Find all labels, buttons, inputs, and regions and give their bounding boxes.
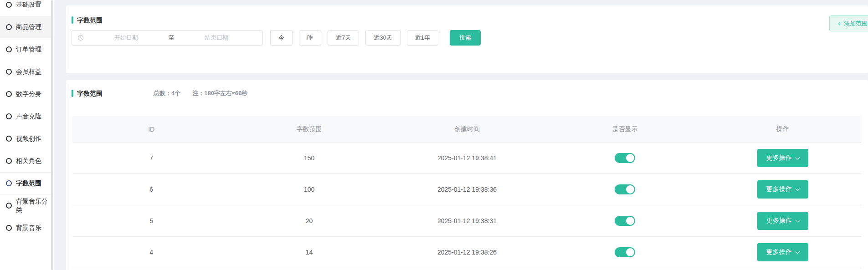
- note-label: 注：180字左右≈60秒: [192, 89, 247, 97]
- visibility-toggle[interactable]: [615, 216, 635, 226]
- chevron-down-icon: [795, 155, 800, 159]
- column-header-created-at: 创建时间: [388, 125, 546, 133]
- sidebar-item-label: 字数范围: [16, 179, 41, 188]
- filter-row: 开始日期 至 结束日期 今 昨 近7天 近30天 近1年 搜索: [72, 30, 481, 46]
- quick-range-7days-button[interactable]: 近7天: [328, 30, 359, 46]
- sidebar-menu: 基础设置 商品管理 订单管理 会员权益 数字分身 声音克隆 视频创作 相关角色: [0, 0, 54, 239]
- table-card-title: 字数范围 总数：4个 注：180字左右≈60秒: [72, 89, 248, 97]
- sidebar-item-related-roles[interactable]: 相关角色: [0, 150, 54, 172]
- sidebar-item-digital-avatar[interactable]: 数字分身: [0, 83, 54, 105]
- cell-id: 5: [72, 217, 230, 224]
- sidebar-item-label: 相关角色: [16, 157, 41, 165]
- more-actions-label: 更多操作: [766, 248, 792, 256]
- table-row: 5 20 2025-01-12 19:38:31 更多操作: [72, 205, 862, 237]
- cell-id: 7: [72, 154, 230, 162]
- toggle-knob: [626, 217, 634, 225]
- total-count-label: 总数：4个: [154, 89, 180, 97]
- ranges-table: ID 字数范围 创建时间 是否显示 操作 7 150 2025-01-12 19…: [72, 116, 862, 268]
- sidebar-item-label: 背景音乐: [16, 224, 41, 232]
- more-actions-label: 更多操作: [766, 154, 792, 162]
- radio-icon: [6, 180, 12, 186]
- toggle-knob: [626, 154, 634, 162]
- main-content: 字数范围 开始日期 至 结束日期 今 昨 近7天 近30天 近1年 搜索: [54, 0, 868, 270]
- sidebar-item-voice-clone[interactable]: 声音克隆: [0, 105, 54, 127]
- sidebar-item-label: 视频创作: [16, 135, 41, 143]
- sidebar-item-word-count-range[interactable]: 字数范围: [0, 172, 54, 194]
- sidebar-item-label: 数字分身: [16, 90, 41, 98]
- sidebar-scrollbar[interactable]: [51, 0, 53, 270]
- sidebar-item-order-management[interactable]: 订单管理: [0, 38, 54, 61]
- table-card: 字数范围 总数：4个 注：180字左右≈60秒 ID 字数范围 创建时间 是否显…: [66, 80, 868, 270]
- title-accent-bar: [72, 16, 73, 24]
- radio-icon: [6, 158, 12, 164]
- sidebar-item-product-management[interactable]: 商品管理: [0, 16, 54, 38]
- chevron-down-icon: [795, 218, 800, 222]
- cell-range: 20: [230, 217, 388, 224]
- cell-id: 4: [72, 249, 230, 256]
- title-accent-bar: [72, 90, 73, 97]
- end-date-placeholder: 结束日期: [176, 34, 257, 42]
- cell-range: 100: [230, 186, 388, 193]
- column-header-actions: 操作: [704, 125, 862, 133]
- sidebar-item-video-creation[interactable]: 视频创作: [0, 127, 54, 150]
- column-header-range: 字数范围: [230, 125, 388, 133]
- radio-icon: [6, 2, 12, 8]
- start-date-placeholder: 开始日期: [86, 34, 167, 42]
- add-range-button[interactable]: + 添加范围: [829, 15, 868, 31]
- radio-icon: [6, 24, 12, 30]
- quick-range-1year-button[interactable]: 近1年: [407, 30, 438, 46]
- sidebar: 基础设置 商品管理 订单管理 会员权益 数字分身 声音克隆 视频创作 相关角色: [0, 0, 54, 270]
- cell-created-at: 2025-01-12 19:38:26: [388, 249, 546, 256]
- radio-icon: [6, 225, 12, 231]
- table-row: 6 100 2025-01-12 19:38:36 更多操作: [72, 174, 862, 205]
- search-button[interactable]: 搜索: [450, 30, 481, 46]
- more-actions-button[interactable]: 更多操作: [757, 149, 808, 167]
- sidebar-item-bgm[interactable]: 背景音乐: [0, 217, 54, 239]
- sidebar-item-label: 背景音乐分类: [16, 198, 54, 214]
- table-header-row: ID 字数范围 创建时间 是否显示 操作: [72, 116, 862, 143]
- toggle-knob: [626, 185, 634, 194]
- table-title: 字数范围: [77, 90, 103, 97]
- radio-icon: [6, 136, 12, 142]
- more-actions-button[interactable]: 更多操作: [757, 212, 808, 230]
- visibility-toggle[interactable]: [615, 247, 635, 257]
- radio-icon: [6, 46, 12, 52]
- visibility-toggle[interactable]: [615, 184, 635, 194]
- sidebar-item-label: 会员权益: [16, 68, 41, 76]
- table-stats: 总数：4个 注：180字左右≈60秒: [154, 89, 248, 97]
- date-range-input[interactable]: 开始日期 至 结束日期: [72, 30, 263, 46]
- more-actions-button[interactable]: 更多操作: [757, 180, 808, 199]
- page-title: 字数范围: [77, 17, 103, 23]
- filter-card-title: 字数范围: [72, 16, 103, 24]
- visibility-toggle[interactable]: [615, 153, 635, 163]
- chevron-down-icon: [795, 249, 800, 254]
- date-range-separator: 至: [167, 34, 176, 42]
- cell-created-at: 2025-01-12 19:38:41: [388, 154, 546, 162]
- radio-icon: [6, 91, 12, 97]
- more-actions-label: 更多操作: [766, 185, 792, 194]
- table-row: 4 14 2025-01-12 19:38:26 更多操作: [72, 237, 862, 268]
- column-header-id: ID: [72, 126, 230, 133]
- chevron-down-icon: [795, 186, 800, 191]
- quick-range-30days-button[interactable]: 近30天: [365, 30, 400, 46]
- sidebar-item-member-benefits[interactable]: 会员权益: [0, 61, 54, 83]
- clock-icon: [77, 35, 84, 41]
- table-row: 7 150 2025-01-12 19:38:41 更多操作: [72, 143, 862, 174]
- more-actions-label: 更多操作: [766, 217, 792, 225]
- more-actions-button[interactable]: 更多操作: [757, 243, 808, 261]
- cell-range: 150: [230, 154, 388, 162]
- filter-card: 字数范围 开始日期 至 结束日期 今 昨 近7天 近30天 近1年 搜索: [66, 5, 868, 73]
- sidebar-item-label: 基础设置: [16, 1, 41, 9]
- quick-range-today-button[interactable]: 今: [270, 30, 293, 46]
- radio-icon: [6, 203, 12, 209]
- plus-icon: +: [837, 20, 841, 27]
- column-header-visible: 是否显示: [546, 125, 704, 133]
- cell-created-at: 2025-01-12 19:38:31: [388, 217, 546, 224]
- sidebar-item-basic-settings[interactable]: 基础设置: [0, 0, 54, 16]
- radio-icon: [6, 113, 12, 119]
- sidebar-item-label: 商品管理: [16, 23, 41, 31]
- sidebar-item-bgm-category[interactable]: 背景音乐分类: [0, 194, 54, 217]
- quick-range-yesterday-button[interactable]: 昨: [299, 30, 321, 46]
- radio-icon: [6, 69, 12, 75]
- cell-range: 14: [230, 249, 388, 256]
